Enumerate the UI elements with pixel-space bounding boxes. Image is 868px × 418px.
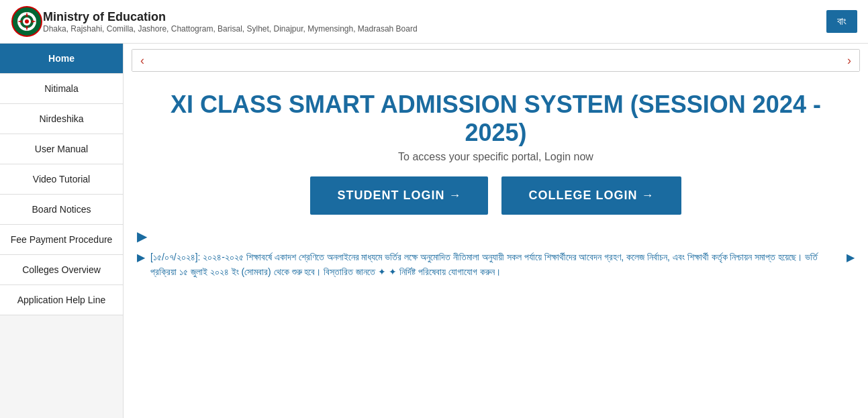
- notices-section: ▶ ▶ [১৫/০৭/২০২৪]: ২০২৪-২০২৫ শিক্ষাবর্ষে …: [124, 221, 868, 286]
- main-content: ‹ › XI CLASS SMART ADMISSION SYSTEM (SES…: [124, 44, 868, 418]
- student-login-button[interactable]: STUDENT LOGIN →: [310, 176, 488, 215]
- ministry-subtitle: Dhaka, Rajshahi, Comilla, Jashore, Chatt…: [43, 24, 826, 34]
- sidebar-item-nirdeshika[interactable]: Nirdeshika: [0, 104, 123, 134]
- sidebar-item-nitimala[interactable]: Nitimala: [0, 74, 123, 104]
- language-button[interactable]: বাং: [826, 10, 857, 33]
- sidebar-item-video-tutorial[interactable]: Video Tutorial: [0, 164, 123, 195]
- notice-side-arrow-icon: ▶: [847, 251, 855, 264]
- notice-text: [১৫/০৭/২০২৪]: ২০২৪-২০২৫ শিক্ষাবর্ষে একাদ…: [150, 250, 841, 280]
- ministry-title: Ministry of Education: [43, 10, 826, 24]
- sidebar-item-colleges-overview[interactable]: Colleges Overview: [0, 255, 123, 285]
- carousel-prev-button[interactable]: ‹: [132, 50, 152, 71]
- hero-title-black: XI CLASS SMART ADMISSION SYSTEM: [171, 91, 624, 118]
- notice-top-arrow: ▶: [137, 228, 855, 244]
- header: Ministry of Education Dhaka, Rajshahi, C…: [0, 0, 868, 44]
- hero-section: XI CLASS SMART ADMISSION SYSTEM (SESSION…: [124, 77, 868, 221]
- carousel-bar: ‹ ›: [132, 49, 860, 72]
- header-info: Ministry of Education Dhaka, Rajshahi, C…: [43, 10, 826, 34]
- sidebar: Home Nitimala Nirdeshika User Manual Vid…: [0, 44, 124, 418]
- hero-subtitle: To access your specific portal, Login no…: [150, 151, 841, 163]
- svg-point-8: [25, 19, 29, 23]
- sidebar-item-home[interactable]: Home: [0, 44, 123, 74]
- notice-bullet-icon: ▶: [137, 251, 145, 264]
- hero-title: XI CLASS SMART ADMISSION SYSTEM (SESSION…: [150, 91, 841, 147]
- hero-buttons: STUDENT LOGIN → COLLEGE LOGIN →: [150, 176, 841, 215]
- sidebar-item-board-notices[interactable]: Board Notices: [0, 195, 123, 225]
- sidebar-item-fee-payment[interactable]: Fee Payment Procedure: [0, 225, 123, 255]
- carousel-next-button[interactable]: ›: [839, 50, 859, 71]
- college-login-button[interactable]: COLLEGE LOGIN →: [501, 176, 681, 215]
- notice-item: ▶ [১৫/০৭/২০২৪]: ২০২৪-২০২৫ শিক্ষাবর্ষে এক…: [137, 250, 855, 280]
- sidebar-item-user-manual[interactable]: User Manual: [0, 134, 123, 164]
- ministry-logo: [11, 5, 43, 38]
- page-layout: Home Nitimala Nirdeshika User Manual Vid…: [0, 44, 868, 418]
- sidebar-item-application-helpline[interactable]: Application Help Line: [0, 285, 123, 315]
